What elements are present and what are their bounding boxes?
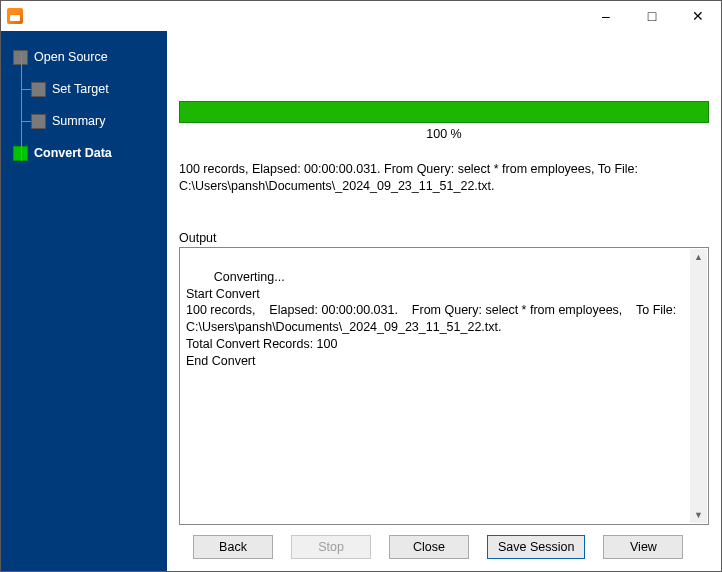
maximize-button[interactable]: □ [629, 1, 675, 31]
sidebar-item-summary[interactable]: Summary [1, 105, 167, 137]
output-textbox[interactable]: Converting... Start Convert 100 records,… [179, 247, 709, 525]
progress-section: 100 % [179, 101, 709, 141]
output-label: Output [179, 231, 709, 245]
output-scrollbar[interactable]: ▲ ▼ [690, 249, 707, 523]
tree-line [21, 53, 22, 161]
minimize-button[interactable]: – [583, 1, 629, 31]
stop-button: Stop [291, 535, 371, 559]
back-button[interactable]: Back [193, 535, 273, 559]
app-window: – □ ✕ Open Source Set Target Summary Con [0, 0, 722, 572]
scroll-up-icon[interactable]: ▲ [690, 249, 707, 265]
scroll-down-icon[interactable]: ▼ [690, 507, 707, 523]
close-window-button[interactable]: ✕ [675, 1, 721, 31]
sidebar-item-label: Set Target [52, 82, 109, 96]
sidebar-item-convert-data[interactable]: Convert Data [1, 137, 167, 169]
app-icon [7, 8, 23, 24]
sidebar-item-open-source[interactable]: Open Source [1, 41, 167, 73]
step-box-icon [31, 82, 46, 97]
status-text: 100 records, Elapsed: 00:00:00.031. From… [179, 161, 709, 195]
view-button[interactable]: View [603, 535, 683, 559]
sidebar: Open Source Set Target Summary Convert D… [1, 31, 167, 571]
sidebar-item-label: Open Source [34, 50, 108, 64]
close-button[interactable]: Close [389, 535, 469, 559]
progress-percent-label: 100 % [179, 127, 709, 141]
sidebar-item-label: Convert Data [34, 146, 112, 160]
button-row: Back Stop Close Save Session View [179, 525, 709, 563]
body-area: Open Source Set Target Summary Convert D… [1, 31, 721, 571]
step-box-icon [31, 114, 46, 129]
output-content: Converting... Start Convert 100 records,… [186, 270, 680, 368]
window-controls: – □ ✕ [583, 1, 721, 31]
sidebar-item-set-target[interactable]: Set Target [1, 73, 167, 105]
progress-bar [179, 101, 709, 123]
titlebar: – □ ✕ [1, 1, 721, 31]
sidebar-item-label: Summary [52, 114, 105, 128]
main-panel: 100 % 100 records, Elapsed: 00:00:00.031… [167, 31, 721, 571]
save-session-button[interactable]: Save Session [487, 535, 585, 559]
